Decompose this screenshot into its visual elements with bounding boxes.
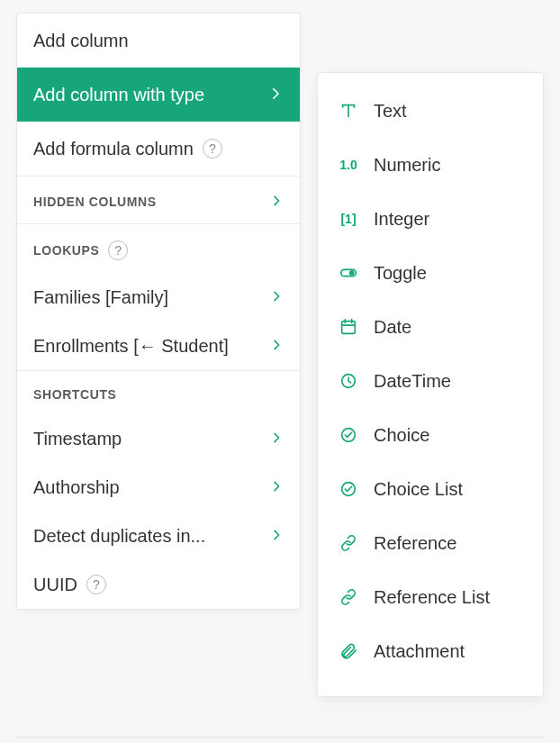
type-item-toggle[interactable]: Toggle — [318, 246, 543, 300]
type-label: Reference — [374, 533, 456, 554]
choice-icon — [338, 478, 359, 500]
column-context-menu: Add column Add column with type Add form… — [16, 13, 301, 610]
type-label: Choice — [374, 425, 429, 446]
numeric-icon: 1.0 — [338, 154, 359, 176]
chevron-right-icon — [269, 430, 284, 448]
type-label: Reference List — [374, 587, 490, 608]
add-column-label: Add column — [33, 31, 129, 51]
type-label: Date — [374, 317, 411, 338]
type-label: DateTime — [374, 371, 451, 392]
type-item-integer[interactable]: [1] Integer — [318, 192, 543, 246]
add-formula-column-label: Add formula column — [33, 139, 194, 159]
lookup-label: Enrollments [← Student] — [33, 336, 229, 357]
toggle-icon — [338, 262, 359, 284]
datetime-icon — [338, 370, 359, 392]
column-type-submenu: Text 1.0 Numeric [1] Integer Toggle Date… — [317, 72, 544, 697]
reference-icon — [338, 586, 359, 608]
chevron-right-icon — [269, 337, 284, 355]
chevron-right-icon — [269, 288, 284, 306]
type-label: Attachment — [374, 641, 465, 662]
shortcut-label: Timestamp — [33, 429, 122, 449]
type-label: Toggle — [374, 263, 427, 284]
lookup-label: Families [Family] — [33, 287, 168, 308]
help-icon[interactable]: ? — [203, 139, 222, 159]
choice-icon — [338, 424, 359, 446]
chevron-right-icon — [269, 527, 284, 545]
add-formula-column-item[interactable]: Add formula column ? — [17, 122, 300, 176]
shortcut-item-uuid[interactable]: UUID ? — [17, 560, 300, 609]
add-column-with-type-item[interactable]: Add column with type — [17, 68, 300, 122]
type-item-numeric[interactable]: 1.0 Numeric — [318, 138, 543, 192]
attachment-icon — [338, 640, 359, 662]
chevron-right-icon — [267, 86, 284, 104]
type-label: Choice List — [374, 479, 463, 500]
hidden-columns-section[interactable]: HIDDEN COLUMNS — [17, 177, 300, 223]
shortcut-item-timestamp[interactable]: Timestamp — [17, 414, 300, 463]
type-item-reference[interactable]: Reference — [318, 516, 543, 570]
type-item-datetime[interactable]: DateTime — [318, 354, 543, 408]
divider — [16, 737, 544, 738]
add-column-with-type-label: Add column with type — [33, 85, 204, 105]
chevron-right-icon — [269, 478, 284, 496]
shortcut-label: UUID — [33, 575, 77, 595]
shortcuts-section: SHORTCUTS — [17, 371, 300, 414]
text-icon — [338, 100, 359, 122]
shortcut-label: Authorship — [33, 477, 120, 498]
svg-point-1 — [350, 271, 354, 275]
shortcuts-label: SHORTCUTS — [33, 387, 117, 402]
help-icon[interactable]: ? — [108, 240, 128, 260]
lookup-item-enrollments[interactable]: Enrollments [← Student] — [17, 322, 300, 370]
date-icon — [338, 316, 359, 338]
type-item-date[interactable]: Date — [318, 300, 543, 354]
add-column-item[interactable]: Add column — [17, 14, 300, 68]
shortcut-label: Detect duplicates in... — [33, 526, 205, 547]
lookups-section: LOOKUPS ? — [17, 224, 300, 273]
type-label: Integer — [374, 209, 429, 230]
type-item-choice[interactable]: Choice — [318, 408, 543, 462]
type-label: Numeric — [374, 155, 440, 176]
type-item-text[interactable]: Text — [318, 84, 543, 138]
integer-icon: [1] — [338, 208, 359, 230]
svg-rect-2 — [342, 322, 356, 334]
lookups-label: LOOKUPS — [33, 243, 99, 258]
chevron-right-icon — [269, 193, 284, 211]
shortcut-item-authorship[interactable]: Authorship — [17, 463, 300, 512]
shortcut-item-detect-duplicates[interactable]: Detect duplicates in... — [17, 512, 300, 560]
reference-icon — [338, 532, 359, 554]
type-item-reference-list[interactable]: Reference List — [318, 570, 543, 624]
type-item-choice-list[interactable]: Choice List — [318, 462, 543, 516]
hidden-columns-label: HIDDEN COLUMNS — [33, 195, 157, 209]
lookup-item-families[interactable]: Families [Family] — [17, 273, 300, 322]
type-label: Text — [374, 101, 407, 122]
type-item-attachment[interactable]: Attachment — [318, 624, 543, 678]
help-icon[interactable]: ? — [86, 575, 106, 594]
